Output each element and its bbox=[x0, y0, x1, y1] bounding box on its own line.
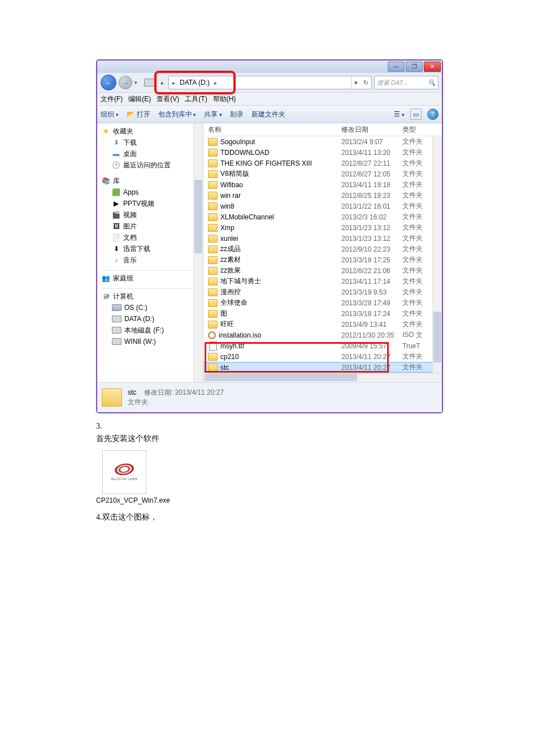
list-horizontal-scrollbar[interactable] bbox=[203, 373, 442, 382]
file-row[interactable]: V8精简版2012/8/27 12:05文件夹 bbox=[203, 169, 442, 179]
toolbar-burn[interactable]: 刻录 bbox=[230, 110, 244, 119]
file-name: xunlei bbox=[220, 235, 238, 243]
folder-icon bbox=[102, 388, 122, 407]
menu-tools[interactable]: 工具(T) bbox=[185, 94, 207, 104]
breadcrumb-chevron-icon[interactable]: ▸ bbox=[159, 80, 166, 86]
breadcrumb-chevron-icon[interactable]: ▸ bbox=[170, 80, 177, 86]
navpane-scrollbar[interactable] bbox=[193, 123, 203, 382]
file-row[interactable]: Xmp2013/1/23 13:12文件夹 bbox=[203, 222, 442, 233]
download-icon: ⬇ bbox=[112, 245, 120, 253]
nav-drive-f[interactable]: 本地磁盘 (F:) bbox=[102, 325, 203, 336]
minimize-button[interactable]: — bbox=[388, 62, 405, 72]
address-bar[interactable]: ▸ DATA (D:) ▸ ▾ ↻ bbox=[168, 76, 372, 89]
file-row[interactable]: TDDOWNLOAD2013/4/11 13:20文件夹 bbox=[203, 147, 442, 158]
menu-help[interactable]: 帮助(H) bbox=[213, 94, 236, 104]
nav-pptv[interactable]: ▶PPTV视频 bbox=[102, 198, 203, 209]
file-row[interactable]: 全球使命2013/3/28 17:49文件夹 bbox=[203, 297, 442, 308]
menu-file[interactable]: 文件(F) bbox=[101, 94, 123, 104]
toolbar-include-in-library[interactable]: 包含到库中 bbox=[158, 110, 197, 119]
nav-desktop[interactable]: ▬桌面 bbox=[102, 148, 203, 159]
status-date: 2013/4/11 20:27 bbox=[175, 388, 224, 396]
file-name: win8 bbox=[220, 202, 235, 210]
toolbar-new-folder[interactable]: 新建文件夹 bbox=[251, 110, 285, 119]
file-date: 2012/8/27 12:05 bbox=[341, 170, 402, 178]
nav-forward-button[interactable]: → bbox=[119, 76, 132, 89]
nav-history-dropdown[interactable]: ▾ bbox=[134, 80, 140, 85]
breadcrumb-drive[interactable]: DATA (D:) bbox=[180, 79, 210, 87]
close-button[interactable]: ✕ bbox=[424, 62, 441, 72]
nav-apps[interactable]: 🟩Apps bbox=[102, 187, 203, 198]
status-bar: stc 修改日期: 2013/4/11 20:27 文件夹 bbox=[97, 382, 442, 412]
file-row[interactable]: xunlei2013/1/23 13:12文件夹 bbox=[203, 233, 442, 244]
column-date[interactable]: 修改日期 bbox=[341, 125, 402, 135]
nav-computer[interactable]: 🖳计算机 bbox=[102, 291, 203, 302]
file-row[interactable]: installation.iso2012/11/30 20:35ISO 文 bbox=[203, 330, 442, 340]
folder-icon bbox=[208, 353, 218, 361]
nav-favorites[interactable]: ★收藏夹 bbox=[102, 126, 203, 137]
file-name: THE KING OF FIGHTERS XIII bbox=[220, 159, 312, 167]
nav-back-button[interactable]: ← bbox=[101, 75, 116, 90]
nav-drive-c[interactable]: OS (C:) bbox=[102, 302, 203, 313]
nav-recent[interactable]: 🕑最近访问的位置 bbox=[102, 159, 203, 171]
menu-edit[interactable]: 编辑(E) bbox=[128, 94, 151, 104]
nav-pictures[interactable]: 🖼图片 bbox=[102, 221, 203, 232]
preview-pane-button[interactable]: ▭ bbox=[410, 109, 422, 120]
file-row[interactable]: Wifibao2013/4/11 19:18文件夹 bbox=[203, 179, 442, 190]
refresh-icon[interactable]: ↻ bbox=[361, 79, 371, 87]
library-icon: 📚 bbox=[102, 177, 110, 185]
folder-icon bbox=[208, 149, 218, 157]
file-row[interactable]: win82013/1/22 16:01文件夹 bbox=[203, 201, 442, 211]
status-name: stc bbox=[128, 388, 136, 396]
scrollbar-thumb[interactable] bbox=[205, 374, 357, 381]
file-row[interactable]: win rar2012/8/25 19:23文件夹 bbox=[203, 190, 442, 201]
folder-icon bbox=[208, 299, 218, 307]
file-row[interactable]: cp2102013/4/11 20:27文件夹 bbox=[203, 351, 442, 362]
nav-music[interactable]: ♪音乐 bbox=[102, 254, 203, 266]
nav-drive-d[interactable]: DATA (D:) bbox=[102, 313, 203, 325]
nav-video[interactable]: 🎬视频 bbox=[102, 209, 203, 221]
menu-view[interactable]: 查看(V) bbox=[157, 94, 179, 104]
file-row[interactable]: 图2013/3/18 17:24文件夹 bbox=[203, 308, 442, 319]
search-input[interactable]: 搜索 DAT... 🔍 bbox=[374, 76, 439, 89]
scrollbar-thumb[interactable] bbox=[194, 180, 202, 253]
file-row[interactable]: XLMobileChannel2013/2/3 16:02文件夹 bbox=[203, 211, 442, 222]
nav-homegroup[interactable]: 👥家庭组 bbox=[102, 273, 203, 284]
help-button[interactable]: ? bbox=[427, 109, 439, 120]
list-vertical-scrollbar[interactable] bbox=[432, 136, 442, 373]
toolbar-share[interactable]: 共享 bbox=[204, 110, 222, 119]
toolbar-organize[interactable]: 组织 bbox=[101, 110, 119, 119]
apps-icon: 🟩 bbox=[112, 188, 120, 197]
file-row[interactable]: stc2013/4/11 20:27文件夹 bbox=[203, 362, 442, 373]
file-name: 漫画控 bbox=[220, 287, 241, 297]
file-row[interactable]: SogouInput2013/2/4 9:07文件夹 bbox=[203, 136, 442, 147]
column-name[interactable]: 名称 bbox=[208, 125, 341, 135]
nav-documents[interactable]: 📄文档 bbox=[102, 232, 203, 243]
file-row[interactable]: zz效果2012/8/22 21:06文件夹 bbox=[203, 265, 442, 276]
file-row[interactable]: 地下城与勇士2013/4/11 17:14文件夹 bbox=[203, 276, 442, 287]
maximize-button[interactable]: ❐ bbox=[406, 62, 423, 72]
file-row[interactable]: msyh.ttf2009/4/9 15:57TrueT bbox=[203, 340, 442, 351]
column-type[interactable]: 类型 bbox=[402, 125, 442, 135]
file-name: zz素材 bbox=[220, 255, 241, 265]
addr-dropdown-icon[interactable]: ▾ bbox=[351, 79, 361, 87]
toolbar-open[interactable]: 📂 打开 bbox=[127, 110, 150, 119]
nav-drive-w[interactable]: WIN8 (W:) bbox=[102, 336, 203, 347]
breadcrumb-chevron-icon[interactable]: ▸ bbox=[212, 80, 219, 86]
file-row[interactable]: zz成品2012/9/10 22:23文件夹 bbox=[203, 244, 442, 254]
scrollbar-thumb[interactable] bbox=[433, 312, 441, 362]
file-row[interactable]: 漫画控2013/3/19 9:53文件夹 bbox=[203, 287, 442, 297]
computer-icon: 🖳 bbox=[102, 292, 110, 301]
drive-icon bbox=[144, 79, 155, 87]
file-row[interactable]: zz素材2013/3/18 17:25文件夹 bbox=[203, 254, 442, 265]
status-date-label: 修改日期: bbox=[144, 388, 173, 396]
nav-downloads[interactable]: ⬇下载 bbox=[102, 137, 203, 148]
exe-icon[interactable]: SILICON LABS bbox=[102, 450, 146, 494]
search-placeholder: 搜索 DAT... bbox=[377, 79, 407, 87]
file-row[interactable]: THE KING OF FIGHTERS XIII2012/8/27 22:11… bbox=[203, 158, 442, 169]
doc-step-3-text: 首先安装这个软件 bbox=[96, 433, 438, 445]
nav-xunlei-downloads[interactable]: ⬇迅雷下载 bbox=[102, 243, 203, 254]
view-mode-button[interactable]: ☰ bbox=[394, 110, 405, 118]
file-row[interactable]: 旺旺2013/4/9 13:41文件夹 bbox=[203, 319, 442, 330]
nav-libraries[interactable]: 📚库 bbox=[102, 175, 203, 187]
file-date: 2013/3/18 17:24 bbox=[341, 310, 402, 318]
